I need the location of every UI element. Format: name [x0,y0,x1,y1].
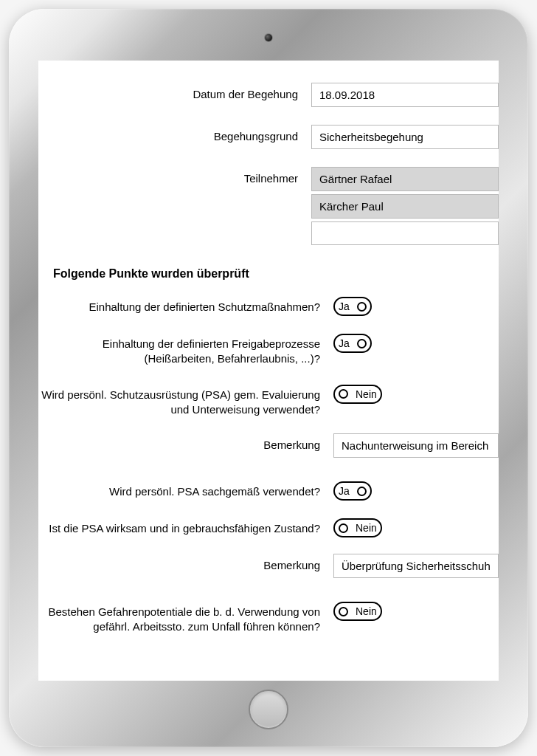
toggle-knob-icon [339,607,348,616]
tablet-frame: Datum der Begehung Begehungsgrund Teilne… [9,9,528,747]
check-label: Bestehen Gefahrenpotentiale die b. d. Ve… [38,600,333,635]
toggle-knob-icon [339,523,348,533]
toggle-label-no: Nein [356,389,377,399]
toggle-knob-icon [357,487,367,496]
row-date: Datum der Begehung [38,83,499,107]
date-input[interactable] [311,83,499,107]
check-row-psa-verwendet: Wird persönl. Schutzausrüstung (PSA) gem… [38,383,499,418]
toggle-ja[interactable]: Ja [333,481,372,501]
toggle-ja[interactable]: Ja [333,297,372,316]
section-heading: Folgende Punkte wurden überprüft [53,267,499,281]
participants-label: Teilnehmer [38,167,311,186]
home-button[interactable] [249,690,288,729]
toggle-label-yes: Ja [339,301,350,312]
toggle-knob-icon [357,302,367,312]
toggle-nein[interactable]: Nein [333,385,382,404]
check-row-gefahrenpotentiale: Bestehen Gefahrenpotentiale die b. d. Ve… [38,600,499,635]
date-label: Datum der Begehung [38,83,311,102]
form-screen: Datum der Begehung Begehungsgrund Teilne… [38,61,499,681]
camera-dot [265,34,272,41]
remark2-label: Bemerkung [38,554,333,573]
remark1-input[interactable] [333,433,499,458]
remark1-label: Bemerkung [38,433,333,453]
remark2-input[interactable] [333,554,499,578]
toggle-nein[interactable]: Nein [333,602,382,621]
check-row-schutzmassnahmen: Einhaltung der definierten Schutzmaßnahm… [38,295,499,316]
toggle-knob-icon [339,389,348,399]
row-remark2: Bemerkung [38,554,499,578]
check-label: Einhaltung der definierten Freigabeproze… [38,332,333,367]
participant-empty[interactable] [311,221,499,245]
toggle-label-no: Nein [356,523,377,533]
row-reason: Begehungsgrund [38,125,499,149]
check-row-psa-sachgemaess: Wird persönl. PSA sachgemäß verwendet? J… [38,480,499,501]
check-label: Wird persönl. PSA sachgemäß verwendet? [38,480,333,499]
toggle-label-no: Nein [356,606,377,616]
check-label: Einhaltung der definierten Schutzmaßnahm… [38,295,333,315]
row-participants: Teilnehmer Gärtner Rafael Kärcher Paul [38,167,499,245]
check-row-psa-wirksam: Ist die PSA wirksam und in gebrauchsfähi… [38,517,499,537]
toggle-label-yes: Ja [339,486,350,496]
toggle-label-yes: Ja [339,338,350,348]
check-label: Ist die PSA wirksam und in gebrauchsfähi… [38,517,333,536]
reason-label: Begehungsgrund [38,125,311,144]
reason-input[interactable] [311,125,499,149]
participant-item[interactable]: Kärcher Paul [311,194,499,219]
participant-item[interactable]: Gärtner Rafael [311,167,499,191]
row-remark1: Bemerkung [38,433,499,458]
check-label: Wird persönl. Schutzausrüstung (PSA) gem… [38,383,333,418]
check-row-freigabeprozesse: Einhaltung der definierten Freigabeproze… [38,332,499,367]
toggle-ja[interactable]: Ja [333,334,372,353]
toggle-nein[interactable]: Nein [333,518,382,537]
toggle-knob-icon [357,339,367,348]
